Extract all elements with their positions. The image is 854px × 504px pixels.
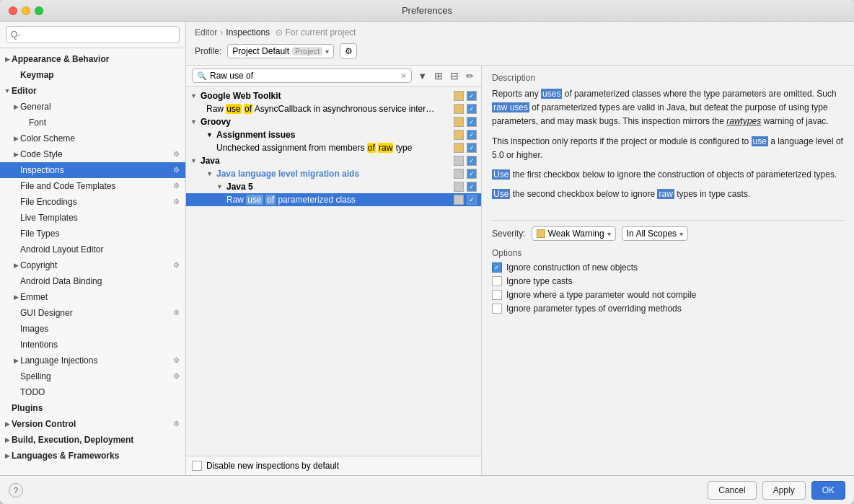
close-button[interactable] (9, 6, 17, 15)
sidebar-item-gui-designer[interactable]: GUI Designer ⚙ (0, 305, 185, 321)
sidebar-item-live-templates[interactable]: Live Templates (0, 210, 185, 226)
sidebar-item-label: Version Control (12, 417, 170, 430)
sidebar-item-inspections[interactable]: Inspections ⚙ (0, 162, 185, 178)
item-checkbox[interactable]: ✓ (467, 182, 477, 192)
help-button[interactable]: ? (9, 483, 23, 498)
sidebar-item-file-types[interactable]: File Types (0, 226, 185, 242)
ignore-construction-checkbox[interactable] (492, 262, 502, 273)
severity-color-box (454, 195, 464, 205)
filter-button[interactable]: ▼ (416, 69, 428, 83)
inspections-list: ▼ Google Web Toolkit ✓ Raw use of AsyncC… (186, 87, 481, 456)
sidebar-item-spelling[interactable]: Spelling ⚙ (0, 368, 185, 384)
sidebar-item-label: File Types (20, 227, 180, 240)
titlebar: Preferences (0, 0, 854, 22)
item-checkbox[interactable]: ✓ (467, 143, 477, 153)
arrow-icon: ▶ (12, 132, 20, 145)
sidebar-item-keymap[interactable]: Keymap (0, 67, 185, 83)
inspections-search-input[interactable] (210, 71, 397, 81)
groovy-assignment-issues[interactable]: ▼ Assignment issues ✓ (186, 128, 481, 141)
ignore-not-compile-checkbox[interactable] (492, 290, 502, 300)
sidebar-item-editor[interactable]: ▼ Editor (0, 83, 185, 99)
java-5[interactable]: ▼ Java 5 ✓ (186, 180, 481, 193)
item-checkbox[interactable]: ✓ (467, 195, 477, 205)
sidebar-item-images[interactable]: Images (0, 321, 185, 337)
group-gwt[interactable]: ▼ Google Web Toolkit ✓ (186, 89, 481, 102)
java-migration-aids[interactable]: ▼ Java language level migration aids ✓ (186, 167, 481, 180)
scope-value: In All Scopes (627, 229, 677, 239)
disable-new-inspections-checkbox[interactable] (192, 461, 202, 471)
sidebar-search-input[interactable] (6, 26, 180, 43)
profile-value: Project Default (232, 46, 289, 56)
sidebar-item-build-execution[interactable]: ▶ Build, Execution, Deployment (0, 432, 185, 448)
minimize-button[interactable] (22, 6, 30, 15)
sidebar-item-label: General (20, 100, 180, 113)
option-ignore-not-compile: Ignore where a type parameter would not … (492, 290, 844, 300)
sidebar-item-languages-frameworks[interactable]: ▶ Languages & Frameworks (0, 448, 185, 464)
sidebar-item-general[interactable]: ▶ General (0, 99, 185, 115)
scope-dropdown[interactable]: In All Scopes ▾ (622, 226, 688, 241)
description-text: Reports any uses of parameterized classe… (492, 87, 844, 207)
sidebar-item-color-scheme[interactable]: ▶ Color Scheme (0, 131, 185, 146)
breadcrumb-current: Inspections (226, 27, 270, 37)
sidebar-item-version-control[interactable]: ▶ Version Control ⚙ (0, 416, 185, 432)
item-checkbox[interactable]: ✓ (467, 104, 477, 114)
sidebar-item-language-injections[interactable]: ▶ Language Injections ⚙ (0, 353, 185, 368)
profile-gear-button[interactable]: ⚙ (340, 43, 357, 59)
sidebar-item-plugins[interactable]: Plugins (0, 400, 185, 416)
arrow-icon: ▶ (12, 259, 20, 272)
collapse-all-button[interactable]: ⊟ (449, 68, 460, 83)
preferences-window: Preferences ▶ Appearance & Behavior Keym… (0, 0, 854, 504)
groovy-unchecked-assignment[interactable]: Unchecked assignment from members of raw… (186, 141, 481, 154)
sidebar-item-appearance[interactable]: ▶ Appearance & Behavior (0, 51, 185, 67)
severity-value: Weak Warning (548, 229, 604, 239)
ignore-overriding-label: Ignore parameter types of overriding met… (506, 304, 682, 314)
expand-arrow-icon: ▼ (216, 183, 226, 190)
severity-dropdown[interactable]: Weak Warning ▾ (532, 226, 616, 241)
sidebar-item-android-data-binding[interactable]: Android Data Binding (0, 273, 185, 289)
group-checkbox[interactable]: ✓ (467, 117, 477, 127)
sidebar-item-label: Images (20, 322, 180, 335)
disable-new-inspections-label: Disable new inspections by default (206, 461, 339, 471)
apply-button[interactable]: Apply (762, 481, 806, 500)
gear-icon: ⚙ (173, 180, 180, 193)
group-groovy[interactable]: ▼ Groovy ✓ (186, 115, 481, 128)
sidebar-item-label: Live Templates (20, 211, 180, 224)
gwt-child-asynccallback[interactable]: Raw use of AsyncCallback in asynchronous… (186, 102, 481, 115)
traffic-lights (9, 6, 43, 15)
gear-icon: ⚙ (173, 306, 180, 319)
sidebar-item-file-encodings[interactable]: File Encodings ⚙ (0, 194, 185, 210)
sidebar-item-label: Copyright (20, 259, 170, 272)
sidebar-item-android-layout-editor[interactable]: Android Layout Editor (0, 242, 185, 257)
item-checkbox[interactable]: ✓ (467, 130, 477, 140)
ok-button[interactable]: OK (811, 481, 845, 500)
ignore-overriding-checkbox[interactable] (492, 304, 502, 314)
gear-icon: ⚙ (173, 195, 180, 208)
group-checkbox[interactable]: ✓ (467, 91, 477, 101)
sidebar-item-copyright[interactable]: ▶ Copyright ⚙ (0, 257, 185, 273)
group-java[interactable]: ▼ Java ✓ (186, 154, 481, 167)
group-checkbox[interactable]: ✓ (467, 156, 477, 166)
sidebar-item-file-code-templates[interactable]: File and Code Templates ⚙ (0, 178, 185, 194)
profile-select-dropdown[interactable]: Project Default Project ▾ (227, 44, 334, 58)
gear-icon: ⚙ (173, 259, 180, 272)
sidebar-item-code-style[interactable]: ▶ Code Style ⚙ (0, 146, 185, 162)
gear-icon: ⚙ (345, 46, 353, 56)
item-checkbox[interactable]: ✓ (467, 169, 477, 179)
severity-label: Severity: (492, 229, 526, 239)
arrow-icon: ▶ (3, 417, 12, 430)
inspections-toolbar: 🔍 ✕ ▼ ⊞ ⊟ ✏ (186, 66, 481, 87)
cancel-button[interactable]: Cancel (708, 481, 756, 500)
sidebar-item-emmet[interactable]: ▶ Emmet (0, 289, 185, 305)
profile-tag: Project (292, 47, 322, 56)
maximize-button[interactable] (35, 6, 43, 15)
ignore-type-casts-checkbox[interactable] (492, 276, 502, 286)
sidebar-item-font[interactable]: Font (0, 115, 185, 131)
edit-button[interactable]: ✏ (465, 69, 475, 83)
sidebar-item-intentions[interactable]: Intentions (0, 337, 185, 353)
expand-all-button[interactable]: ⊞ (433, 68, 444, 83)
sidebar-item-todo[interactable]: TODO (0, 384, 185, 400)
clear-search-button[interactable]: ✕ (400, 71, 407, 81)
java-raw-use-parameterized[interactable]: Raw use of parameterized class ✓ (186, 193, 481, 206)
ignore-type-casts-label: Ignore type casts (506, 276, 572, 286)
gear-icon: ⚙ (173, 354, 180, 367)
